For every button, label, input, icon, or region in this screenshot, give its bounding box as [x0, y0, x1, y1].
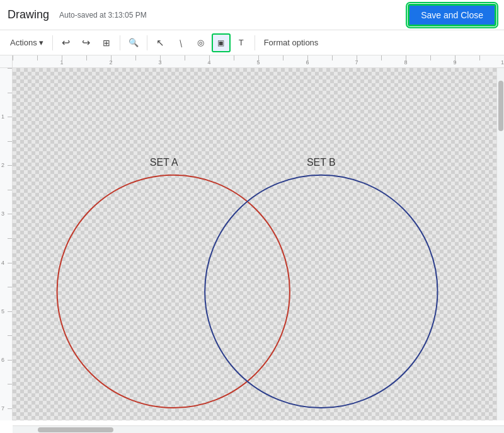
ruler-h-tick — [62, 55, 62, 63]
ruler-v-tick — [8, 238, 13, 239]
ruler-v-tick — [8, 360, 13, 361]
set-b-label: SET B — [307, 157, 336, 168]
ruler-v-tick — [8, 165, 13, 166]
venn-diagram-svg: SET A SET B — [13, 68, 504, 433]
print-button[interactable]: ⊞ — [97, 33, 116, 52]
ruler-h-tick — [111, 55, 112, 63]
ruler-h-tick — [307, 55, 308, 63]
toolbar-separator-1 — [52, 35, 53, 50]
ruler-h-tick — [160, 55, 161, 63]
autosave-status: Auto-saved at 3:13:05 PM — [59, 11, 147, 20]
ruler-v-tick — [8, 93, 13, 93]
circle-b — [205, 175, 437, 408]
select-tool-button[interactable]: ↖ — [151, 33, 170, 52]
ruler-v-tick — [8, 141, 13, 142]
ruler-h-tick — [381, 55, 382, 61]
undo-button[interactable]: ↩ — [57, 33, 76, 52]
ruler-h-tick — [234, 55, 234, 61]
ruler-v-tick — [8, 287, 13, 287]
ruler-h-tick — [13, 55, 13, 61]
toolbar-separator-2 — [120, 35, 120, 50]
ruler-v-label: 6 — [1, 357, 4, 363]
ruler-h-tick — [185, 55, 185, 61]
ruler-h-tick — [406, 55, 406, 63]
zoom-button[interactable]: 🔍 — [124, 33, 143, 52]
app-title: Drawing — [8, 8, 49, 21]
line-tool-button[interactable]: ⁄ — [167, 29, 193, 55]
toolbar: Actions ▾ ↩ ↪ ⊞ 🔍 ↖ ⁄ ◎ ▣ T Format optio… — [0, 30, 504, 55]
ruler-v-tick — [8, 311, 13, 312]
canvas-area: 12345678910 1234567 SET A SET B — [0, 55, 504, 433]
ruler-v-label: 1 — [1, 113, 4, 120]
circle-a — [57, 175, 290, 408]
ruler-v-label: 5 — [1, 308, 4, 315]
actions-label: Actions — [10, 38, 37, 47]
vertical-scrollbar[interactable] — [496, 68, 504, 420]
ruler-v-tick — [8, 68, 13, 69]
toolbar-separator-4 — [255, 35, 255, 50]
ruler-h-tick — [332, 55, 333, 61]
ruler-v-label: 2 — [1, 162, 4, 168]
ruler-v-tick — [8, 335, 13, 336]
text-tool-button[interactable]: T — [232, 33, 251, 52]
toolbar-separator-3 — [147, 35, 147, 50]
set-a-label: SET A — [150, 157, 178, 168]
ruler-v-tick — [8, 408, 13, 409]
ruler-corner — [0, 55, 13, 68]
format-options-button[interactable]: Format options — [259, 33, 324, 52]
ruler-horizontal: 12345678910 — [13, 55, 504, 68]
scrollbar-thumb-h[interactable] — [38, 427, 113, 432]
ruler-h-tick — [283, 55, 284, 61]
actions-menu-button[interactable]: Actions ▾ — [5, 33, 49, 52]
header-left: Drawing Auto-saved at 3:13:05 PM — [8, 8, 147, 21]
ruler-h-tick — [357, 55, 357, 63]
ruler-v-tick — [8, 117, 13, 117]
ruler-h-tick — [209, 55, 210, 63]
save-and-close-button[interactable]: Save and Close — [408, 4, 496, 26]
actions-chevron-icon: ▾ — [39, 38, 43, 47]
ruler-vertical: 1234567 — [0, 68, 13, 420]
ruler-h-tick — [430, 55, 431, 61]
search-shapes-button[interactable]: ◎ — [192, 33, 210, 52]
ruler-v-tick — [8, 190, 13, 190]
shape-tool-button[interactable]: ▣ — [212, 33, 231, 52]
ruler-h-tick — [455, 55, 455, 63]
ruler-v-label: 7 — [1, 405, 4, 412]
shape-tool-icon: ▣ — [217, 38, 224, 47]
ruler-v-tick — [8, 384, 13, 384]
scrollbar-thumb-v[interactable] — [498, 81, 503, 131]
ruler-v-label: 4 — [1, 260, 4, 266]
ruler-h-tick — [258, 55, 259, 63]
ruler-v-tick — [8, 214, 13, 214]
horizontal-scrollbar[interactable] — [13, 425, 504, 433]
ruler-h-tick — [86, 55, 87, 61]
redo-button[interactable]: ↪ — [77, 33, 96, 52]
header: Drawing Auto-saved at 3:13:05 PM Save an… — [0, 0, 504, 30]
ruler-h-tick — [37, 55, 38, 61]
ruler-v-tick — [8, 263, 13, 263]
ruler-v-label: 3 — [1, 211, 4, 217]
ruler-h-tick — [479, 55, 480, 61]
ruler-h-tick — [135, 55, 136, 61]
